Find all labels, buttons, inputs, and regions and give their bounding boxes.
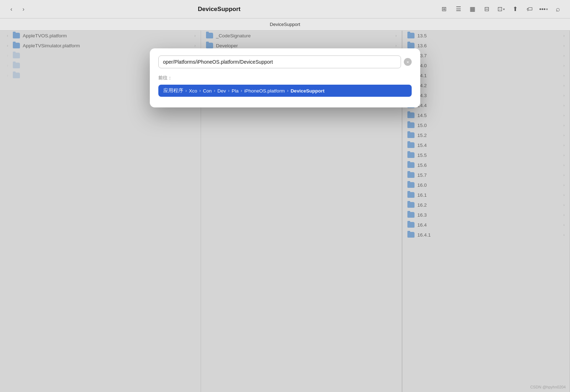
breadcrumb-text: DeviceSupport xyxy=(270,22,300,27)
tag-button[interactable]: 🏷 xyxy=(524,4,535,15)
path-segment-1: Xco xyxy=(189,88,197,94)
main-content: › AppleTVOS.platform › › AppleTVSimulato… xyxy=(0,31,570,392)
path-arrow-5: › xyxy=(287,88,289,93)
icon-view-button[interactable]: ⊞ xyxy=(438,4,450,15)
path-input[interactable] xyxy=(158,55,401,68)
path-segment-5: iPhoneOS.platform xyxy=(244,88,285,94)
group-button[interactable]: ⊡ xyxy=(495,4,507,15)
path-arrow-1: › xyxy=(199,88,201,93)
window-title: DeviceSupport xyxy=(33,6,405,13)
path-segment-4: Pla xyxy=(232,88,239,94)
toolbar-icons: ⊞ ☰ ▦ ⊟ ⊡ ⬆ 🏷 ••• ⌕ xyxy=(438,4,564,15)
path-segment-3: Dev xyxy=(217,88,226,94)
list-view-button[interactable]: ☰ xyxy=(453,4,464,15)
more-button[interactable]: ••• xyxy=(538,4,549,15)
path-arrow-3: › xyxy=(228,88,229,93)
forward-button[interactable]: › xyxy=(19,4,28,14)
search-button[interactable]: ⌕ xyxy=(552,4,564,15)
clear-button[interactable]: × xyxy=(404,58,412,66)
breadcrumb-bar: DeviceSupport xyxy=(0,18,570,31)
path-arrow-4: › xyxy=(241,88,242,93)
input-row: × xyxy=(158,55,412,68)
titlebar: ‹ › DeviceSupport ⊞ ☰ ▦ ⊟ ⊡ ⬆ 🏷 ••• ⌕ xyxy=(0,0,570,18)
goto-dialog: × 前往： 应用程序 › Xco › Con › Dev › Pla › iPh… xyxy=(150,48,420,107)
path-arrow-2: › xyxy=(214,88,215,93)
path-segment-0: 应用程序 xyxy=(163,88,183,94)
column-view-button[interactable]: ▦ xyxy=(467,4,478,15)
dialog-label: 前往： xyxy=(158,75,412,81)
nav-buttons: ‹ › xyxy=(6,4,28,14)
path-arrow-0: › xyxy=(185,88,187,93)
share-button[interactable]: ⬆ xyxy=(510,4,521,15)
path-suggestion-row[interactable]: 应用程序 › Xco › Con › Dev › Pla › iPhoneOS.… xyxy=(158,85,412,97)
gallery-view-button[interactable]: ⊟ xyxy=(481,4,492,15)
path-segment-2: Con xyxy=(203,88,212,94)
back-button[interactable]: ‹ xyxy=(6,4,16,14)
path-segment-6: DeviceSupport xyxy=(291,88,324,94)
